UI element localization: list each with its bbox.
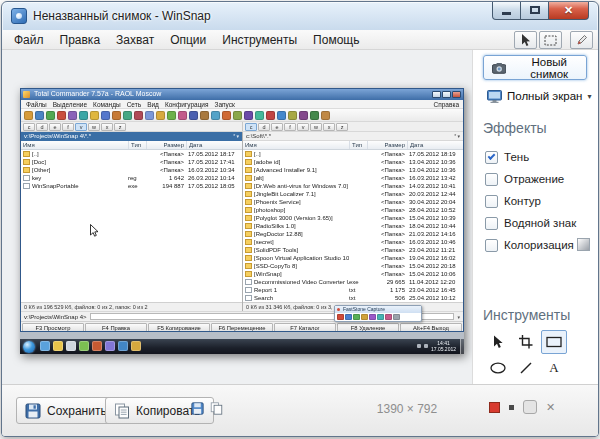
maximize-button[interactable]: [520, 2, 549, 20]
effect-label: Колоризация: [504, 239, 574, 251]
drawing-style-controls: ✕: [489, 400, 555, 414]
new-snapshot-button[interactable]: Новый снимок: [483, 55, 587, 80]
faststone-tool-icon: [377, 314, 384, 320]
rectangle-tool-button[interactable]: [541, 330, 567, 354]
tc-drive-button: x: [323, 123, 335, 131]
tc-drive-button: c: [23, 123, 35, 131]
tc-toolbar-icon: [233, 111, 242, 120]
cursor-tool-button[interactable]: [514, 31, 537, 49]
file-icon: [245, 167, 252, 173]
color-swatch[interactable]: [489, 402, 500, 413]
copy-small-icon[interactable]: [210, 402, 223, 415]
file-icon: [245, 231, 252, 237]
tc-toolbar-icon: [200, 111, 209, 120]
close-button[interactable]: ✕: [548, 2, 589, 20]
tc-toolbar: [21, 109, 463, 122]
window-controls: ✕: [493, 2, 589, 20]
menu-item[interactable]: Инструменты: [214, 30, 305, 50]
file-icon: [245, 287, 252, 293]
tc-function-key-button: F8 Удаление: [337, 323, 399, 332]
main-area: Total Commander 7.57a - RAOL Moscow Файл…: [2, 50, 598, 384]
tc-drive-button: f: [284, 123, 296, 131]
save-small-icon[interactable]: [191, 402, 204, 415]
taskbar-clock: 14:41 17.05.2012: [431, 340, 456, 352]
menu-item[interactable]: Захват: [108, 30, 162, 50]
tc-file-row: [Dr.Web anti-virus for Windows 7.0] <Пап…: [243, 182, 463, 190]
line-width-dot[interactable]: [509, 405, 514, 410]
tc-help-menu: Справка: [430, 100, 464, 108]
checkbox[interactable]: [485, 195, 498, 208]
tc-app-icon: [23, 91, 30, 98]
image-dimensions: 1390 × 792: [352, 402, 462, 416]
menu-item[interactable]: Помощь: [305, 30, 367, 50]
tc-left-path: v:\Projects\WinSnap 4\*.* * ▾: [21, 132, 242, 141]
tc-drive-button: x: [101, 123, 113, 131]
tools-heading: Инструменты: [483, 307, 570, 323]
selection-tool-button[interactable]: [539, 31, 562, 49]
capture-mode-dropdown[interactable]: Полный экран ▾: [487, 87, 591, 105]
faststone-tool-icon: [361, 314, 368, 320]
file-icon: [245, 159, 252, 165]
effect-checkbox-row[interactable]: Отражение: [485, 168, 594, 190]
start-orb-icon: [23, 341, 35, 353]
checkbox[interactable]: [485, 239, 498, 252]
effect-label: Контур: [504, 195, 541, 207]
faststone-app-icon: [337, 308, 340, 311]
tc-drive-button: w: [88, 123, 100, 131]
tc-toolbar-icon: [244, 111, 253, 120]
shape-style-swatch[interactable]: [523, 400, 537, 414]
tc-drive-button: f: [62, 123, 74, 131]
ellipse-tool-button[interactable]: [485, 356, 511, 380]
taskbar-app-icon: [66, 341, 76, 351]
checkbox[interactable]: [485, 173, 498, 186]
tc-left-column-headers: Имя Тип Размер Дата: [21, 141, 242, 150]
file-icon: [245, 191, 252, 197]
tc-file-row: [..] <Папка> 17.05.2012 18:19: [243, 150, 463, 158]
effect-checkbox-row[interactable]: Контур: [485, 190, 594, 212]
captured-total-commander-window: Total Commander 7.57a - RAOL Moscow Файл…: [20, 88, 464, 332]
menu-item[interactable]: Файл: [6, 30, 52, 50]
tc-toolbar-icon: [178, 111, 187, 120]
titlebar[interactable]: Неназванный снимок - WinSnap ✕: [2, 2, 598, 30]
tc-function-key-button: Alt+F4 Выход: [400, 323, 462, 332]
faststone-tool-icon: [385, 314, 392, 320]
effect-checkbox-row[interactable]: Тень: [485, 146, 594, 168]
colorization-preview-icon[interactable]: [577, 238, 590, 251]
file-icon: [23, 167, 30, 173]
tc-file-row: Decommissioned Video Converter Ultimate(…: [243, 278, 463, 286]
tc-menu-item: Вид: [144, 100, 162, 108]
tc-function-key-button: F6 Перемещение: [211, 323, 273, 332]
tc-menu-item: Запуск: [212, 100, 238, 108]
file-icon: [23, 175, 30, 181]
file-icon: [245, 183, 252, 189]
tc-function-key-button: F5 Копирование: [148, 323, 210, 332]
screenshot-preview[interactable]: Total Commander 7.57a - RAOL Moscow Файл…: [20, 88, 464, 354]
tc-file-row: [photoshop] <Папка> 28.04.2012 10:52: [243, 206, 463, 214]
text-tool-button[interactable]: A: [541, 356, 567, 380]
clear-style-icon[interactable]: ✕: [546, 400, 555, 414]
checkbox[interactable]: [485, 217, 498, 230]
minimize-button[interactable]: [492, 2, 521, 20]
tc-toolbar-icon: [101, 111, 110, 120]
tc-file-row: [WinSnap] <Папка> 15.04.2012 10:06: [243, 270, 463, 278]
tc-file-row: [secret] <Папка> 16.03.2012 10:46: [243, 238, 463, 246]
line-tool-button[interactable]: [513, 356, 539, 380]
tray-icon: [424, 344, 428, 348]
tc-menu-item: Конфигурация: [162, 100, 212, 108]
editor-canvas[interactable]: Total Commander 7.57a - RAOL Moscow Файл…: [2, 50, 472, 384]
tc-file-row: [RegDoctor 12.88] <Папка> 21.03.2012 14:…: [243, 230, 463, 238]
menu-item[interactable]: Опции: [162, 30, 214, 50]
camera-icon: [492, 62, 506, 74]
menu-item[interactable]: Правка: [52, 30, 109, 50]
edit-tool-button[interactable]: [570, 31, 593, 49]
titlebar-tool-buttons: [512, 31, 593, 49]
tc-file-row: [alt] <Папка> 16.03.2012 13:42: [243, 174, 463, 182]
crop-tool-button[interactable]: [513, 330, 539, 354]
tc-toolbar-icon: [255, 111, 264, 120]
arrow-tool-button[interactable]: [485, 330, 511, 354]
file-icon: [245, 279, 252, 285]
faststone-tool-icon: [345, 314, 352, 320]
file-icon: [245, 239, 252, 245]
checkbox[interactable]: [485, 151, 498, 164]
effect-checkbox-row[interactable]: Водяной знак: [485, 212, 594, 234]
